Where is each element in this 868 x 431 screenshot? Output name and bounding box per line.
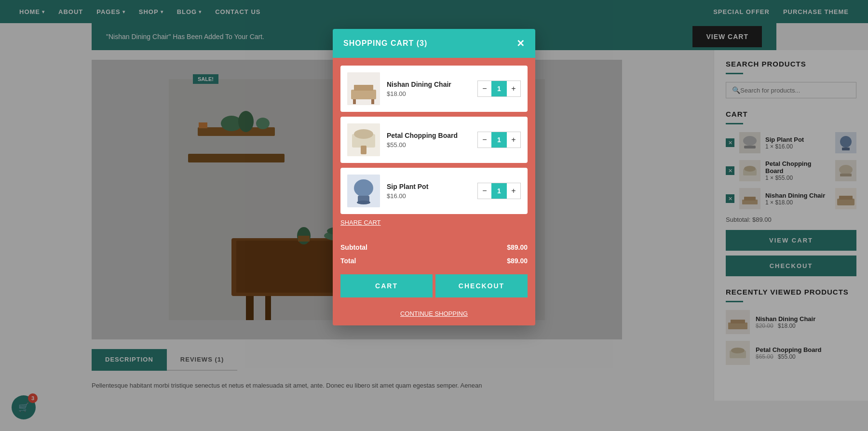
cart-modal-info-1: Nishan Dining Chair $18.00: [387, 81, 471, 97]
svg-rect-51: [371, 99, 374, 104]
qty-decrease-3[interactable]: −: [478, 183, 491, 199]
cart-modal-item-1: Nishan Dining Chair $18.00 − 1 +: [340, 66, 528, 112]
qty-display-2: 1: [491, 132, 507, 148]
svg-point-54: [354, 129, 373, 139]
qty-display-1: 1: [491, 81, 507, 96]
svg-rect-50: [353, 99, 356, 104]
cart-totals: Subtotal $89.00 Total $89.00: [333, 241, 535, 274]
modal-overlay[interactable]: SHOPPING CART (3) ✕ Nishan Dining Chair …: [0, 0, 868, 431]
svg-rect-55: [361, 146, 366, 154]
cart-modal-title: SHOPPING CART (3): [343, 39, 427, 48]
total-row: Total $89.00: [340, 254, 528, 268]
cart-modal-thumb-1: [347, 72, 380, 105]
qty-decrease-2[interactable]: −: [478, 132, 491, 148]
qty-control-1: − 1 +: [477, 81, 521, 97]
svg-rect-49: [354, 85, 373, 91]
modal-cart-button[interactable]: CART: [340, 274, 433, 297]
share-cart-link[interactable]: SHARE CART: [340, 219, 528, 226]
qty-increase-1[interactable]: +: [507, 81, 520, 96]
qty-increase-3[interactable]: +: [507, 183, 520, 199]
cart-modal-actions: CART CHECKOUT: [333, 274, 535, 304]
continue-shopping-link[interactable]: CONTINUE SHOPPING: [400, 310, 468, 317]
cart-modal-info-2: Petal Chopping Board $55.00: [387, 132, 471, 148]
cart-modal-item-2: Petal Chopping Board $55.00 − 1 +: [340, 117, 528, 163]
cart-modal-body: Nishan Dining Chair $18.00 − 1 + Petal C…: [333, 58, 535, 241]
cart-modal: SHOPPING CART (3) ✕ Nishan Dining Chair …: [333, 29, 535, 325]
qty-decrease-1[interactable]: −: [478, 81, 491, 96]
continue-shopping: CONTINUE SHOPPING: [333, 304, 535, 325]
svg-point-57: [354, 179, 373, 197]
modal-checkout-button[interactable]: CHECKOUT: [435, 274, 528, 297]
cart-modal-close-button[interactable]: ✕: [516, 38, 525, 49]
cart-modal-info-3: Sip Plant Pot $16.00: [387, 183, 471, 200]
svg-rect-48: [351, 90, 376, 99]
qty-control-3: − 1 +: [477, 183, 521, 199]
cart-modal-header: SHOPPING CART (3) ✕: [333, 29, 535, 58]
qty-display-3: 1: [491, 183, 507, 199]
cart-modal-thumb-2: [347, 123, 380, 156]
cart-modal-thumb-3: [347, 175, 380, 207]
qty-increase-2[interactable]: +: [507, 132, 520, 148]
subtotal-row: Subtotal $89.00: [340, 241, 528, 254]
svg-point-59: [357, 201, 370, 204]
cart-modal-item-3: Sip Plant Pot $16.00 − 1 +: [340, 168, 528, 214]
qty-control-2: − 1 +: [477, 132, 521, 148]
